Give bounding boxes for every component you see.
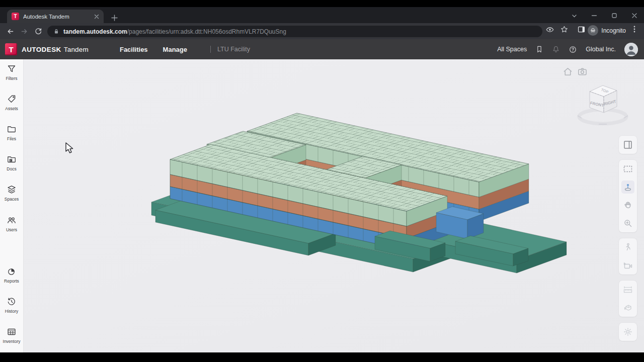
browser-tabstrip: T Autodesk Tandem [0, 7, 644, 23]
nav-facilities[interactable]: Facilities [120, 46, 148, 53]
home-view-icon[interactable] [562, 66, 573, 77]
sidebar-item-users[interactable]: Users [0, 211, 23, 241]
table-grid-icon [7, 327, 17, 337]
camera-icon[interactable] [621, 259, 634, 272]
sidebar-item-label: Reports [4, 279, 19, 284]
minimize-icon[interactable] [588, 9, 601, 22]
settings-gear-icon[interactable] [621, 325, 634, 338]
marquee-select-icon[interactable] [621, 162, 634, 175]
left-sidebar: Filters Assets Files Docs [0, 59, 24, 352]
breadcrumb[interactable]: LTU Facility [210, 46, 250, 53]
sidebar-item-inventory[interactable]: Inventory [0, 322, 23, 352]
toolbar-group-settings [619, 323, 637, 341]
all-spaces-button[interactable]: All Spaces [497, 46, 527, 53]
viewport-3d[interactable]: FRONT RIGHT TOP [24, 59, 644, 352]
zoom-icon[interactable] [621, 217, 634, 230]
incognito-badge: Incognito [588, 25, 626, 36]
maximize-icon[interactable] [608, 9, 621, 22]
building-model[interactable] [24, 59, 644, 352]
sidebar-item-label: Inventory [3, 339, 21, 344]
app-header: T AUTODESKTandem Facilities Manage LTU F… [0, 39, 644, 59]
split-view-icon[interactable] [621, 138, 634, 151]
help-icon[interactable] [569, 45, 577, 54]
toolbar-group-walk [619, 238, 637, 275]
forward-icon[interactable] [18, 25, 30, 37]
sidebar-item-label: Spaces [5, 197, 19, 202]
sidebar-item-assets[interactable]: Assets [0, 89, 23, 120]
sidebar-item-label: Filters [6, 76, 17, 81]
main-nav: Facilities Manage [120, 46, 187, 53]
pie-chart-icon [7, 266, 17, 277]
url-path: /pages/facilities/urn:adsk.dtt:NH056osdR… [127, 28, 286, 35]
pan-hand-icon[interactable] [621, 199, 634, 212]
url-domain: tandem.autodesk.com [63, 28, 127, 35]
url-bar[interactable]: tandem.autodesk.com/pages/facilities/urn… [47, 26, 542, 37]
snapshot-camera-icon[interactable] [577, 66, 588, 77]
close-window-icon[interactable] [628, 9, 641, 22]
sidebar-item-label: History [5, 309, 18, 314]
new-tab-button[interactable] [109, 12, 120, 23]
history-clock-icon [7, 297, 17, 307]
measure-icon[interactable] [621, 283, 634, 296]
docs-folder-icon [7, 154, 17, 164]
side-panel-icon[interactable] [577, 25, 586, 34]
notifications-bell-icon[interactable] [552, 45, 560, 54]
brand-text: AUTODESKTandem [22, 46, 89, 53]
sidebar-item-label: Docs [7, 166, 16, 171]
app-content: Filters Assets Files Docs [0, 59, 644, 352]
tab-title: Autodesk Tandem [23, 14, 90, 20]
sidebar-item-filters[interactable]: Filters [0, 59, 23, 89]
folder-icon [7, 124, 17, 134]
avatar[interactable] [624, 43, 638, 56]
tab-search-icon[interactable] [568, 9, 581, 22]
first-person-icon[interactable] [621, 180, 634, 194]
toolbar-group-panels [619, 136, 637, 154]
browser-menu-icon[interactable] [631, 25, 638, 33]
sidebar-item-history[interactable]: History [0, 292, 23, 322]
brand-autodesk: AUTODESK [22, 46, 61, 53]
window-controls [568, 9, 641, 22]
users-icon [7, 215, 17, 225]
tag-icon [7, 94, 17, 104]
viewcube-cube[interactable]: FRONT RIGHT TOP [590, 85, 617, 113]
header-right: All Spaces Global Inc. [497, 43, 644, 56]
toolbar-group-measure [619, 281, 637, 317]
sidebar-item-label: Files [7, 136, 16, 141]
bottom-letterbox [0, 352, 644, 362]
reload-icon[interactable] [32, 25, 44, 37]
viewer-toolbar [619, 136, 637, 341]
sidebar-item-files[interactable]: Files [0, 120, 23, 150]
preview-eye-icon[interactable] [545, 25, 554, 34]
url-text: tandem.autodesk.com/pages/facilities/urn… [63, 28, 286, 35]
section-icon[interactable] [621, 301, 634, 314]
layers-icon [7, 185, 17, 195]
nav-manage[interactable]: Manage [163, 46, 187, 53]
tandem-logo-icon[interactable]: T [5, 43, 17, 55]
viewcube[interactable]: FRONT RIGHT TOP [573, 76, 633, 129]
sidebar-item-reports[interactable]: Reports [0, 262, 23, 292]
bookmark-icon[interactable] [535, 45, 543, 54]
tandem-favicon: T [12, 13, 19, 20]
lock-icon[interactable] [53, 28, 59, 35]
filter-icon [7, 64, 17, 74]
tab-close-icon[interactable] [94, 14, 99, 19]
model-geometry [151, 113, 567, 273]
incognito-icon [588, 25, 598, 36]
org-name[interactable]: Global Inc. [586, 46, 616, 53]
browser-toolbar: tandem.autodesk.com/pages/facilities/urn… [0, 23, 644, 39]
back-icon[interactable] [4, 25, 16, 37]
sidebar-item-spaces[interactable]: Spaces [0, 180, 23, 210]
browser-tab[interactable]: T Autodesk Tandem [7, 10, 104, 23]
viewport-top-icons [562, 66, 588, 77]
sidebar-item-docs[interactable]: Docs [0, 150, 23, 180]
screen: T Autodesk Tandem [0, 0, 644, 362]
brand-product: Tandem [64, 46, 89, 53]
sidebar-item-label: Users [6, 227, 17, 232]
walk-icon[interactable] [621, 241, 634, 254]
incognito-label: Incognito [601, 27, 626, 34]
bookmark-star-icon[interactable] [560, 25, 569, 34]
toolbar-group-navigate [619, 160, 637, 232]
sidebar-item-label: Assets [5, 106, 18, 111]
